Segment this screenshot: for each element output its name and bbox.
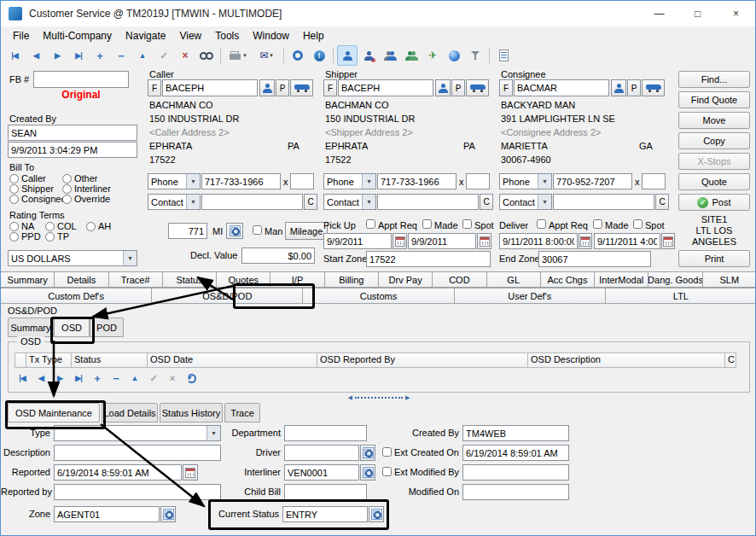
save-button[interactable]: ✓ — [154, 45, 174, 66]
tab-drv-pay[interactable]: Drv Pay — [378, 271, 433, 288]
caller-contact-select[interactable]: Contact▾ — [148, 194, 201, 210]
type-select[interactable]: ▾ — [54, 425, 221, 441]
tab-cod[interactable]: COD — [432, 271, 486, 288]
shipper-phone-input[interactable] — [377, 173, 457, 189]
interliner-lookup-button[interactable] — [360, 464, 375, 481]
reported-by-input[interactable] — [54, 484, 221, 500]
created-on-input[interactable] — [462, 445, 569, 461]
bill-to-other-radio[interactable] — [62, 174, 72, 184]
consignee-c-button[interactable]: C — [655, 194, 669, 210]
first-record-button[interactable]: |◀ — [4, 45, 25, 66]
previous-record-button[interactable]: ◀ — [26, 45, 46, 66]
mileage-button[interactable]: Mileage — [285, 222, 328, 240]
caller-contact-input[interactable] — [201, 194, 303, 210]
send-mail-button[interactable]: ✉▾ — [253, 45, 280, 66]
consignee-contact-select[interactable]: Contact▾ — [499, 194, 552, 210]
shipper-phone-ext-input[interactable] — [466, 173, 490, 189]
pickup-date-to-input[interactable] — [408, 233, 476, 249]
document-button[interactable] — [493, 45, 514, 66]
deliver-appt-checkbox[interactable] — [537, 219, 546, 229]
col-status[interactable]: Status — [71, 352, 148, 368]
shipper-id-input[interactable] — [338, 79, 433, 96]
menu-view[interactable]: View — [172, 28, 208, 44]
tab-acc-chgs[interactable]: Acc Chgs — [540, 271, 595, 288]
rating-ah-radio[interactable] — [86, 222, 96, 231]
last-record-button[interactable]: ▶| — [68, 45, 89, 66]
maint-tab-load-details[interactable]: Load Details — [102, 403, 158, 422]
tab-quotes[interactable]: Quotes — [216, 271, 270, 288]
bill-to-shipper-radio[interactable] — [9, 184, 19, 194]
department-input[interactable] — [284, 425, 367, 441]
shipper-car-button[interactable] — [466, 79, 489, 96]
col-osd-date[interactable]: OSD Date — [147, 352, 317, 368]
caller-car-button[interactable] — [290, 79, 313, 96]
driver-button[interactable] — [337, 45, 358, 66]
quote-button[interactable]: Quote — [678, 173, 750, 190]
tab-ltl[interactable]: LTL — [605, 288, 756, 304]
consignee-contact-input[interactable] — [553, 194, 654, 210]
rating-col-radio[interactable] — [45, 222, 55, 231]
menu-help[interactable]: Help — [296, 28, 331, 44]
pickup-made-checkbox[interactable] — [422, 219, 432, 229]
post-button[interactable]: Post — [678, 194, 750, 211]
menu-file[interactable]: File — [6, 28, 36, 44]
pickup-date-from-calendar-button[interactable] — [393, 233, 407, 249]
description-input[interactable] — [54, 445, 221, 461]
group-button[interactable] — [401, 45, 422, 66]
col-osd-description[interactable]: OSD Description — [527, 352, 725, 368]
child-bill-input[interactable] — [284, 484, 367, 500]
deliver-date-to-input[interactable] — [594, 233, 660, 249]
miles-input[interactable] — [168, 223, 207, 239]
deliver-date-from-calendar-button[interactable] — [579, 233, 592, 249]
osd-tab-pod[interactable]: POD — [90, 318, 124, 337]
maint-tab-osd-maintenance[interactable]: OSD Maintenance — [8, 403, 100, 422]
grid-first-button[interactable]: |◀ — [14, 370, 31, 387]
tab-slm[interactable]: SLM — [702, 271, 756, 288]
reported-input[interactable] — [54, 464, 182, 481]
tab-billing[interactable]: Billing — [324, 271, 379, 288]
col-tx-type[interactable]: Tx Type — [26, 352, 72, 368]
modified-by-input[interactable] — [462, 464, 569, 481]
rating-tp-radio[interactable] — [45, 232, 55, 242]
contacts-button[interactable] — [380, 45, 400, 66]
tab-trace[interactable]: Trace# — [108, 271, 163, 288]
maint-tab-trace[interactable]: Trace — [224, 403, 260, 422]
cancel-button[interactable]: × — [175, 45, 195, 66]
decl-value-input[interactable] — [241, 248, 315, 264]
consignee-car-button[interactable] — [642, 79, 665, 96]
find-button-right[interactable]: Find... — [678, 71, 750, 88]
shipper-c-button[interactable]: C — [480, 194, 493, 210]
delete-record-button[interactable]: − — [111, 45, 131, 66]
deliver-date-from-input[interactable] — [499, 233, 578, 249]
tab-summary[interactable]: Summary — [0, 271, 55, 288]
expand-button[interactable]: ▲ — [132, 45, 153, 66]
currency-select[interactable]: US DOLLARS▾ — [8, 250, 137, 266]
grid-delete-button[interactable]: − — [108, 370, 125, 387]
menu-navigate[interactable]: Navigate — [119, 28, 172, 44]
tab-ip[interactable]: I/P — [270, 271, 324, 288]
pickup-spot-checkbox[interactable] — [462, 219, 472, 229]
caller-person-button[interactable] — [259, 79, 275, 96]
tab-gl[interactable]: GL — [486, 271, 541, 288]
splitter-handle[interactable]: ◀ ▶ — [336, 393, 422, 401]
minimize-button[interactable]: — — [640, 1, 678, 26]
bill-to-override-radio[interactable] — [62, 195, 72, 204]
grid-add-button[interactable]: + — [89, 370, 106, 387]
pickup-date-to-calendar-button[interactable] — [477, 233, 491, 249]
caller-p-button[interactable]: P — [276, 79, 289, 96]
bill-to-caller-radio[interactable] — [9, 174, 19, 184]
created-by-input[interactable] — [8, 125, 137, 141]
fb-input[interactable] — [33, 71, 129, 88]
caller-id-input[interactable] — [162, 79, 258, 96]
caller-c-button[interactable]: C — [304, 194, 317, 210]
consignee-person-button[interactable] — [611, 79, 626, 96]
print-menu-button[interactable]: ▾ — [224, 45, 252, 66]
tab-details[interactable]: Details — [54, 271, 108, 288]
menu-tools[interactable]: Tools — [208, 28, 246, 44]
menu-multi-company[interactable]: Multi-Company — [36, 28, 119, 44]
grid-refresh-button[interactable] — [183, 370, 200, 387]
grid-save-button[interactable]: ✓ — [145, 370, 162, 387]
grid-up-button[interactable]: ▲ — [126, 370, 143, 387]
tab-customs[interactable]: Customs — [302, 288, 454, 304]
current-status-input[interactable] — [282, 506, 368, 522]
